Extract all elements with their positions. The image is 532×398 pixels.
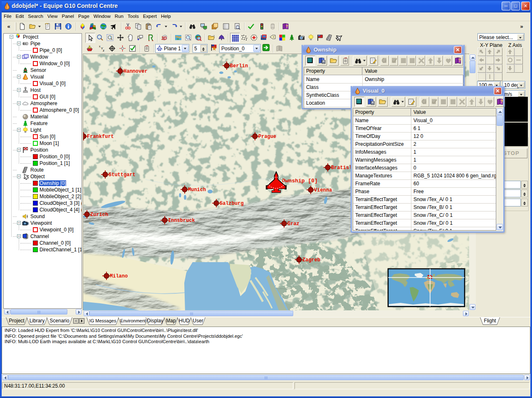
svg-text:Zurich: Zurich — [90, 212, 108, 218]
svg-text:Munich: Munich — [188, 187, 206, 193]
svg-text:Prague: Prague — [258, 134, 276, 140]
svg-text:?: ? — [458, 58, 461, 63]
svg-text:x: x — [99, 45, 101, 48]
svg-text:Zagreb: Zagreb — [302, 257, 320, 263]
svg-text:Salzburg: Salzburg — [220, 201, 244, 206]
svg-text:Frankfurt: Frankfurt — [87, 134, 114, 140]
svg-text:Berlin: Berlin — [230, 63, 248, 69]
svg-text:Ownship [0]: Ownship [0] — [282, 178, 318, 184]
svg-text:Graz: Graz — [287, 221, 299, 227]
svg-text:?: ? — [500, 99, 503, 104]
svg-text:Milano: Milano — [110, 273, 128, 279]
svg-text:Stuttgart: Stuttgart — [109, 172, 136, 178]
svg-text:?: ? — [286, 24, 288, 28]
svg-text:3D: 3D — [161, 36, 167, 41]
svg-text:Vienna: Vienna — [314, 187, 332, 193]
svg-text:Innsbruck: Innsbruck — [168, 218, 195, 224]
svg-text:Hannover: Hannover — [124, 69, 148, 74]
svg-text:z: z — [103, 49, 104, 52]
